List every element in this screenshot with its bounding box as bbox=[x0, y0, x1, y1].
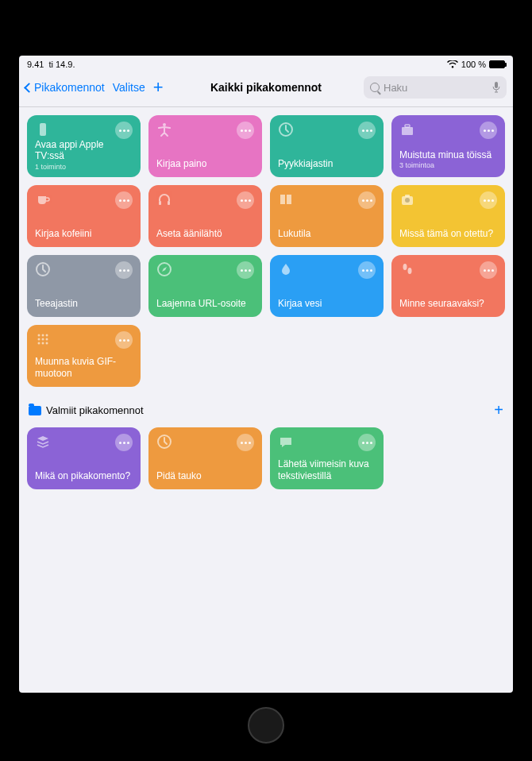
more-button[interactable] bbox=[358, 122, 376, 139]
page-title: Kaikki pikakomennot bbox=[210, 81, 322, 94]
clock-icon bbox=[35, 261, 51, 277]
shortcuts_main-card[interactable]: Missä tämä on otettu? bbox=[391, 185, 505, 247]
shortcuts_main-card[interactable]: Kirjaa vesi bbox=[270, 255, 384, 317]
add-to-section-button[interactable]: + bbox=[494, 401, 503, 419]
more-button[interactable] bbox=[115, 434, 133, 451]
card-title: Laajenna URL-osoite bbox=[156, 298, 254, 309]
nav-bar: Pikakomennot Valitse + Kaikki pikakomenn… bbox=[19, 71, 513, 107]
card-title: Pyykkiajastin bbox=[278, 158, 376, 169]
clock-icon bbox=[156, 434, 172, 450]
select-button[interactable]: Valitse bbox=[113, 81, 145, 94]
card-subtitle: 3 toimintoa bbox=[399, 161, 497, 169]
svg-point-18 bbox=[38, 338, 40, 341]
more-button[interactable] bbox=[115, 331, 133, 349]
more-button[interactable] bbox=[115, 261, 133, 279]
headphones-icon bbox=[156, 191, 172, 207]
mic-icon[interactable] bbox=[492, 82, 500, 93]
drop-icon bbox=[278, 261, 294, 277]
card-title: Kirjaa kofeiini bbox=[35, 228, 133, 239]
shortcuts_ready-card[interactable]: Lähetä viimeisin kuva tekstiviestillä bbox=[270, 427, 384, 489]
svg-rect-10 bbox=[405, 195, 410, 197]
card-title: Minne seuraavaksi? bbox=[399, 298, 497, 309]
svg-point-15 bbox=[38, 334, 40, 337]
more-button[interactable] bbox=[480, 261, 497, 279]
shortcuts_main-card[interactable]: Kirjaa kofeiini bbox=[27, 185, 141, 247]
shortcuts_main-card[interactable]: Aseta äänilähtö bbox=[148, 185, 262, 247]
card-title: Teeajastin bbox=[35, 298, 133, 309]
shortcuts_main-card[interactable]: Muunna kuvia GIF-muotoon bbox=[27, 325, 141, 387]
svg-point-16 bbox=[42, 334, 44, 337]
more-button[interactable] bbox=[358, 434, 376, 451]
search-placeholder: Haku bbox=[384, 82, 488, 94]
battery-label: 100 % bbox=[461, 60, 486, 69]
more-button[interactable] bbox=[237, 191, 254, 209]
svg-rect-1 bbox=[40, 123, 46, 136]
more-button[interactable] bbox=[115, 191, 133, 209]
shortcuts_main-card[interactable]: Avaa appi Apple TV:ssä1 toiminto bbox=[27, 115, 141, 177]
svg-point-23 bbox=[46, 342, 48, 345]
search-field[interactable]: Haku bbox=[364, 76, 507, 99]
clock-icon bbox=[278, 122, 294, 137]
ipad-frame: 9.41 ti 14.9. 100 % Pikakomennot Valitse… bbox=[0, 0, 532, 761]
card-title: Kirjaa paino bbox=[156, 158, 254, 169]
card-title: Aseta äänilähtö bbox=[156, 228, 254, 239]
more-button[interactable] bbox=[480, 122, 497, 139]
svg-point-17 bbox=[46, 334, 48, 337]
shortcuts_main-card[interactable]: Pyykkiajastin bbox=[270, 115, 384, 177]
svg-point-22 bbox=[42, 342, 44, 345]
card-title: Avaa appi Apple TV:ssä bbox=[35, 139, 133, 162]
svg-rect-4 bbox=[402, 127, 413, 135]
shortcuts_main-card[interactable]: Laajenna URL-osoite bbox=[148, 255, 262, 317]
status-date: ti 14.9. bbox=[48, 60, 75, 69]
svg-point-9 bbox=[405, 198, 410, 203]
shortcuts_main-card[interactable]: Teeajastin bbox=[27, 255, 141, 317]
svg-point-14 bbox=[408, 268, 412, 274]
accessibility-icon bbox=[156, 122, 172, 137]
shortcuts_main-card[interactable]: Muistuta minua töissä3 toimintoa bbox=[391, 115, 505, 177]
shortcuts_ready-card[interactable]: Mikä on pikakomento? bbox=[27, 427, 141, 489]
back-label: Pikakomennot bbox=[34, 81, 105, 94]
shortcuts_main-card[interactable]: Kirjaa paino bbox=[148, 115, 262, 177]
section-header-ready: Valmiit pikakomennot + bbox=[29, 401, 503, 419]
status-time: 9.41 bbox=[27, 60, 44, 69]
safari-icon bbox=[156, 261, 172, 277]
card-subtitle: 1 toiminto bbox=[35, 163, 133, 171]
book-icon bbox=[278, 191, 294, 207]
wifi-icon bbox=[447, 60, 458, 68]
more-button[interactable] bbox=[480, 191, 497, 209]
more-button[interactable] bbox=[115, 122, 133, 139]
more-button[interactable] bbox=[358, 191, 376, 209]
more-button[interactable] bbox=[237, 434, 254, 451]
screen: 9.41 ti 14.9. 100 % Pikakomennot Valitse… bbox=[19, 56, 513, 693]
svg-point-19 bbox=[42, 338, 44, 341]
more-button[interactable] bbox=[237, 122, 254, 139]
battery-icon bbox=[489, 60, 505, 68]
svg-rect-0 bbox=[495, 82, 498, 88]
card-title: Muistuta minua töissä bbox=[399, 149, 497, 160]
card-title: Lähetä viimeisin kuva tekstiviestillä bbox=[278, 458, 376, 481]
back-button[interactable]: Pikakomennot bbox=[25, 81, 105, 94]
svg-point-2 bbox=[163, 123, 166, 126]
stack-icon bbox=[35, 434, 51, 450]
svg-rect-5 bbox=[405, 125, 410, 127]
search-icon bbox=[370, 83, 380, 92]
shortcuts_ready-card[interactable]: Pidä tauko bbox=[148, 427, 262, 489]
folder-icon bbox=[29, 406, 41, 415]
remote-icon bbox=[35, 122, 51, 137]
shortcuts_main-card[interactable]: Minne seuraavaksi? bbox=[391, 255, 505, 317]
card-title: Lukutila bbox=[278, 228, 376, 239]
home-button[interactable] bbox=[248, 707, 284, 744]
shortcuts-grid-main: Avaa appi Apple TV:ssä1 toimintoKirjaa p… bbox=[27, 115, 505, 387]
more-button[interactable] bbox=[237, 261, 254, 279]
add-shortcut-button[interactable]: + bbox=[153, 79, 164, 96]
cup-icon bbox=[35, 191, 51, 207]
svg-rect-6 bbox=[159, 201, 161, 205]
status-bar: 9.41 ti 14.9. 100 % bbox=[19, 56, 513, 71]
svg-point-13 bbox=[403, 264, 407, 270]
shortcuts-grid-ready: Mikä on pikakomento?Pidä taukoLähetä vii… bbox=[27, 427, 505, 489]
more-button[interactable] bbox=[358, 261, 376, 279]
grid-icon bbox=[35, 331, 51, 347]
svg-point-21 bbox=[38, 342, 40, 345]
shortcuts_main-card[interactable]: Lukutila bbox=[270, 185, 384, 247]
card-title: Missä tämä on otettu? bbox=[399, 228, 497, 239]
